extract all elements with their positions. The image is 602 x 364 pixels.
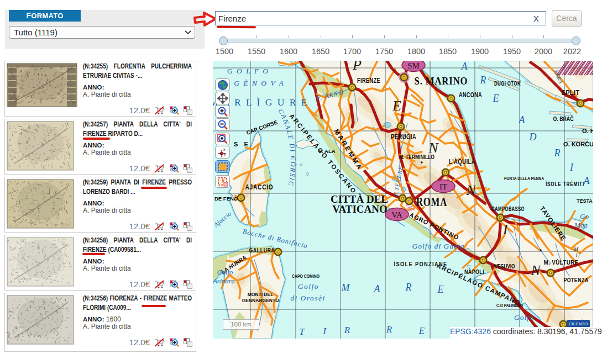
svg-text:ÌSOLE TRÈMITI: ÌSOLE TRÈMITI (545, 181, 584, 187)
svg-text:O. HV: O. HV (582, 128, 593, 134)
svg-text:DUGI OTOK: DUGI OTOK (494, 80, 521, 87)
svg-text:E: E (493, 93, 499, 104)
svg-text:VA: VA (391, 210, 402, 219)
svg-text:R: R (554, 147, 561, 159)
svg-text:ANCONA: ANCONA (459, 91, 482, 99)
svg-text:CILENTO: CILENTO (569, 321, 588, 326)
svg-text:E: E (392, 98, 401, 114)
svg-text:D: D (529, 131, 537, 143)
svg-text:CAPO COMINO: CAPO COMINO (292, 273, 320, 279)
svg-text:Man: Man (574, 221, 588, 229)
svg-text:Go: Go (580, 212, 589, 220)
svg-text:O. KORČUL: O. KORČUL (563, 141, 593, 147)
svg-text:ROMA: ROMA (416, 194, 447, 209)
svg-text:GENNARGENTU: GENNARGENTU (242, 298, 279, 303)
svg-text:G È N O V A: G È N O V A (234, 79, 285, 87)
svg-text:R: R (344, 325, 350, 335)
svg-text:AJACCIO: AJACCIO (245, 183, 274, 191)
svg-text:A: A (374, 283, 381, 294)
svg-text:x: x (223, 147, 226, 151)
svg-text:E: E (418, 325, 425, 336)
svg-text:Golfo: Golfo (298, 282, 319, 291)
svg-text:R: R (480, 75, 486, 86)
svg-text:VATICANO: VATICANO (332, 203, 388, 215)
svg-text:R: R (405, 282, 412, 293)
svg-text:SPLIT: SPLIT (562, 89, 580, 97)
svg-text:TESTA I: TESTA I (577, 198, 593, 204)
svg-text:T: T (299, 326, 305, 337)
svg-text:di Orosèi: di Orosèi (290, 294, 326, 302)
svg-text:SM: SM (407, 61, 420, 70)
svg-text:R: R (386, 324, 392, 335)
svg-text:Golfo: Golfo (217, 268, 233, 276)
svg-text:Asinara: Asinara (213, 277, 235, 285)
svg-text:CAMPOBASSO: CAMPOBASSO (491, 205, 525, 212)
svg-text:A: A (583, 175, 590, 186)
svg-text:N: N (428, 140, 439, 156)
svg-text:P: P (352, 61, 362, 73)
svg-text:NÀPOLI: NÀPOLI (464, 268, 484, 275)
svg-text:PUNTA DELLA PENNA: PUNTA DELLA PENNA (504, 176, 544, 181)
svg-text:VESUVIO: VESUVIO (495, 263, 515, 270)
svg-text:Golfo: Golfo (514, 313, 534, 321)
svg-text:A: A (461, 61, 468, 72)
svg-text:L'ÀQUILA: L'ÀQUILA (449, 157, 475, 166)
svg-text:M. VÙLTURE: M. VÙLTURE (544, 259, 579, 266)
svg-text:MONTI DEL: MONTI DEL (248, 292, 274, 297)
svg-text:M: M (573, 246, 579, 252)
svg-text:S. MARINO: S. MARINO (415, 75, 468, 87)
svg-text:FIRENZE: FIRENZE (357, 76, 380, 85)
svg-text:S E: S E (234, 141, 250, 147)
svg-text:DE FENO: DE FENO (214, 196, 238, 202)
svg-text:U: U (575, 252, 580, 259)
svg-text:N: N (530, 262, 541, 278)
svg-text:G O L F O: G O L F O (227, 67, 269, 75)
svg-text:I: I (502, 221, 509, 238)
svg-text:IT: IT (439, 182, 447, 191)
svg-text:POTENZA: POTENZA (564, 277, 589, 283)
svg-text:M: M (341, 282, 350, 293)
svg-text:GALLURA: GALLURA (249, 247, 275, 254)
svg-text:y: y (224, 152, 226, 156)
svg-text:N: N (465, 182, 477, 198)
svg-text:O. BRAČ: O. BRAČ (553, 115, 574, 122)
svg-text:I: I (569, 162, 574, 173)
svg-text:A: A (519, 114, 526, 125)
svg-text:E: E (437, 284, 444, 295)
svg-text:Golfo di Gaeta: Golfo di Gaeta (412, 242, 465, 250)
svg-text:PERUGIA: PERUGIA (391, 133, 416, 141)
